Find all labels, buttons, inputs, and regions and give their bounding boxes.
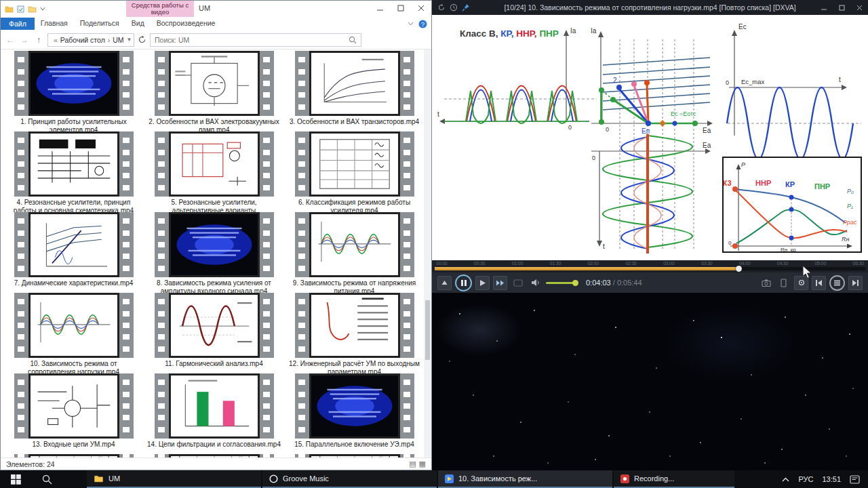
forward-button[interactable]: → — [19, 35, 30, 45]
file-item-2[interactable]: 2. Особенности и ВАХ электровакуумных ла… — [144, 51, 284, 131]
breadcrumb-root[interactable]: Рабочий стол — [60, 36, 105, 44]
ribbon-collapse-icon[interactable] — [408, 22, 414, 26]
file-thumbnail[interactable] — [155, 293, 274, 358]
language-indicator[interactable]: РУС — [798, 475, 813, 483]
snapshot-icon[interactable] — [759, 276, 773, 290]
file-thumbnail[interactable] — [295, 131, 414, 197]
start-button[interactable] — [0, 470, 31, 488]
file-thumbnail[interactable] — [14, 51, 134, 116]
breadcrumb-current[interactable]: UM — [113, 36, 123, 44]
maximize-button[interactable] — [391, 1, 411, 16]
file-item-9[interactable]: 9. Зависимость режима от напряжения пита… — [284, 212, 425, 293]
play-button[interactable] — [475, 276, 490, 290]
file-thumbnail[interactable] — [295, 293, 414, 358]
maximize-button[interactable] — [833, 0, 850, 15]
file-item-1[interactable]: 1. Принцип работы усилительных элементов… — [3, 51, 144, 131]
file-thumbnail[interactable] — [295, 212, 414, 277]
playlist-button[interactable] — [829, 275, 845, 291]
volume-icon[interactable] — [528, 276, 542, 290]
volume-slider[interactable] — [546, 278, 578, 287]
file-item-13[interactable]: 13. Входные цепи УМ.mp4 — [3, 373, 144, 454]
fast-forward-button[interactable] — [493, 276, 507, 290]
file-item-6[interactable]: 6. Классификация режимов работы усилител… — [284, 131, 425, 212]
seek-track[interactable] — [435, 267, 865, 270]
back-button[interactable]: ← — [5, 35, 16, 45]
minimize-button[interactable] — [370, 1, 391, 16]
filmstrip-edge — [295, 131, 309, 197]
file-item-7[interactable]: 7. Динамические характеристики.mp4 — [3, 212, 144, 293]
scrollbar[interactable] — [424, 49, 431, 458]
properties-icon[interactable] — [17, 5, 24, 13]
refresh-icon[interactable] — [138, 35, 146, 44]
details-view-icon[interactable]: ▤ — [409, 460, 416, 468]
file-thumbnail[interactable] — [14, 293, 134, 358]
pause-button[interactable] — [455, 274, 472, 291]
subtitle-screen-icon[interactable] — [511, 276, 525, 290]
pin-icon[interactable] — [462, 3, 470, 12]
file-thumbnail[interactable] — [295, 51, 414, 116]
file-item-5[interactable]: 5. Резонансные усилители, альтернативные… — [144, 131, 284, 212]
file-item-12[interactable]: 12. Инженерный расчёт УМ по выходным пар… — [284, 293, 425, 373]
chevron-down-icon[interactable] — [40, 7, 45, 11]
taskbar-app-folder[interactable]: UM — [87, 470, 261, 488]
file-item-10[interactable]: 10. Зависимость режима от сопротивления … — [3, 293, 144, 373]
help-icon[interactable]: ? — [418, 20, 427, 28]
search-box[interactable] — [150, 33, 361, 47]
file-thumbnail[interactable] — [155, 212, 274, 277]
search-icon — [42, 474, 52, 485]
file-thumbnail[interactable] — [155, 373, 274, 439]
repeat-icon[interactable] — [437, 3, 446, 12]
ribbon-tab-4[interactable]: Воспроизведение — [151, 18, 222, 30]
folder-icon[interactable] — [5, 5, 14, 13]
seek-handle[interactable] — [736, 266, 742, 272]
device-icon[interactable] — [776, 276, 791, 290]
scrollbar-thumb[interactable] — [425, 300, 430, 360]
breadcrumb-collapse[interactable]: « — [54, 36, 58, 44]
video-thumbnail — [28, 51, 119, 116]
next-button[interactable] — [848, 276, 863, 290]
taskbar-app-potplayer[interactable]: 10. Зависимость реж... — [438, 470, 612, 488]
file-item-14[interactable]: 14. Цепи фильтрации и согласования.mp4 — [144, 373, 284, 454]
thumbnails-view-icon[interactable]: ▦ — [419, 460, 426, 468]
show-hidden-icons[interactable] — [782, 477, 789, 482]
clock[interactable]: 13:51 — [822, 475, 841, 483]
svg-text:t: t — [839, 76, 841, 83]
minimize-button[interactable] — [815, 0, 833, 15]
taskbar-app-recorder[interactable]: Recording... — [614, 470, 734, 488]
ribbon-tab-1[interactable]: Главная — [35, 18, 74, 30]
video-display[interactable]: Класс B, КР, ННР, ПНР — [432, 15, 868, 260]
file-thumbnail[interactable] — [295, 373, 414, 439]
file-item-15[interactable]: 15. Параллельное включение УЭ.mp4 — [284, 373, 425, 454]
ribbon-tab-3[interactable]: Вид — [125, 18, 151, 30]
up-button[interactable]: ↑ — [33, 35, 44, 45]
notification-icon[interactable] — [850, 475, 860, 484]
video-tools-tab[interactable]: Средства работы с видео — [126, 1, 194, 17]
file-item-partial[interactable] — [3, 454, 144, 458]
clock-icon[interactable] — [450, 3, 458, 12]
taskbar-app-groove[interactable]: Groove Music — [262, 470, 437, 488]
file-item-partial[interactable] — [284, 454, 425, 458]
ribbon-tab-2[interactable]: Поделиться — [74, 18, 125, 30]
file-item-8[interactable]: 8. Зависимость режима усиления от амплит… — [144, 212, 284, 293]
search-icon[interactable] — [349, 36, 357, 44]
file-thumbnail[interactable] — [155, 51, 274, 116]
close-button[interactable] — [411, 1, 431, 16]
file-thumbnail[interactable] — [14, 373, 134, 439]
search-input[interactable] — [155, 36, 349, 44]
address-dropdown-icon[interactable]: ▼ — [127, 37, 132, 43]
close-button[interactable] — [850, 0, 868, 15]
file-item-3[interactable]: 3. Особенности и ВАХ транзисторов.mp4 — [284, 51, 425, 131]
taskbar-search-button[interactable] — [31, 470, 62, 488]
volume-knob[interactable] — [572, 280, 578, 286]
previous-button[interactable] — [812, 276, 826, 290]
file-thumbnail[interactable] — [155, 131, 274, 197]
open-file-button[interactable] — [437, 276, 452, 290]
file-item-4[interactable]: 4. Резонансные усилители, принцип работы… — [3, 131, 144, 212]
file-thumbnail[interactable] — [14, 212, 134, 277]
new-folder-icon[interactable] — [28, 5, 37, 13]
file-thumbnail[interactable] — [14, 131, 134, 197]
file-item-partial[interactable] — [144, 454, 284, 458]
address-bar[interactable]: « Рабочий стол › UM ▼ — [47, 33, 134, 47]
ribbon-tab-0[interactable]: Файл — [1, 18, 35, 30]
file-item-11[interactable]: 11. Гармонический анализ.mp4 — [144, 293, 284, 373]
